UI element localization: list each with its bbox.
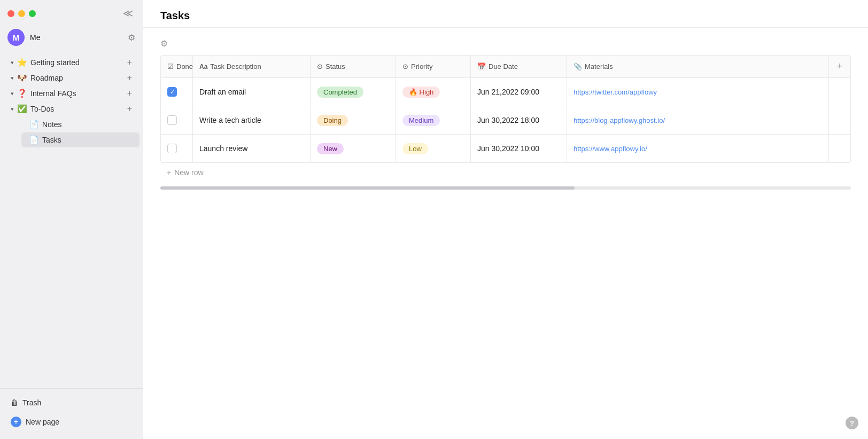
trash-icon: 🗑 — [11, 398, 18, 407]
sidebar-item-label: Getting started — [30, 58, 124, 67]
checkbox-unchecked[interactable] — [167, 115, 177, 125]
materials-cell[interactable]: https://blog-appflowy.ghost.io/ — [567, 106, 829, 134]
materials-link[interactable]: https://www.appflowy.io/ — [574, 145, 647, 153]
sidebar-nav: ▾ ⭐ Getting started + ▾ 🐶 Roadmap + ▾ ❓ … — [0, 52, 143, 388]
sidebar-bottom: 🗑 Trash + New page — [0, 388, 143, 439]
table-row: Launch review New Low Jun 30,2022 10:00 … — [161, 135, 850, 162]
close-button[interactable] — [7, 10, 14, 17]
new-page-icon: + — [11, 417, 21, 427]
due-date-cell[interactable]: Jun 21,2022 09:00 — [471, 78, 567, 106]
due-date-cell[interactable]: Jun 30,2022 18:00 — [471, 106, 567, 134]
priority-cell[interactable]: 🔥 High — [396, 78, 471, 106]
row-extra — [829, 78, 850, 106]
settings-icon[interactable]: ⚙ — [128, 33, 135, 43]
row-extra — [829, 106, 850, 134]
sidebar-top: ≪ — [0, 0, 143, 25]
done-cell[interactable] — [161, 78, 193, 106]
new-row-plus-icon: + — [167, 168, 171, 177]
tasks-table: ☑ Done Aa Task Description ⊙ Status ⊙ Pr… — [160, 55, 851, 163]
priority-badge: Low — [402, 143, 428, 154]
getting-started-icon: ⭐ — [17, 58, 27, 67]
checkbox-unchecked[interactable] — [167, 144, 177, 153]
sidebar-item-label: Notes — [42, 120, 132, 129]
header-task-description[interactable]: Aa Task Description — [193, 56, 311, 77]
header-priority[interactable]: ⊙ Priority — [396, 56, 471, 77]
materials-cell[interactable]: https://www.appflowy.io/ — [567, 135, 829, 162]
priority-col-label: Priority — [411, 62, 432, 70]
done-col-label: Done — [176, 62, 193, 70]
new-row-button[interactable]: + New row — [160, 163, 851, 182]
materials-col-icon: 📎 — [574, 62, 582, 70]
due-date-col-icon: 📅 — [477, 62, 486, 70]
task-col-label: Task Description — [210, 62, 261, 70]
table-row: Draft an email Completed 🔥 High Jun 21,2… — [161, 78, 850, 106]
add-column-button[interactable]: + — [829, 56, 850, 77]
priority-cell[interactable]: Low — [396, 135, 471, 162]
table-header: ☑ Done Aa Task Description ⊙ Status ⊙ Pr… — [161, 56, 850, 78]
task-cell[interactable]: Draft an email — [193, 78, 311, 106]
table-settings-icon[interactable]: ⚙ — [160, 38, 851, 49]
sidebar-item-label: To-Dos — [30, 105, 124, 113]
new-page-label: New page — [26, 418, 59, 426]
add-button[interactable]: + — [127, 104, 132, 114]
task-text: Launch review — [199, 144, 247, 153]
chevron-icon: ▾ — [11, 59, 14, 66]
sidebar-item-notes[interactable]: 📄 Notes — [21, 117, 140, 132]
chevron-icon: ▾ — [11, 106, 14, 113]
done-cell[interactable] — [161, 106, 193, 134]
materials-cell[interactable]: https://twitter.com/appflowy — [567, 78, 829, 106]
sidebar-item-to-dos[interactable]: ▾ ✅ To-Dos + — [3, 101, 140, 116]
priority-badge: Medium — [402, 115, 440, 126]
task-cell[interactable]: Launch review — [193, 135, 311, 162]
avatar: M — [7, 29, 25, 46]
minimize-button[interactable] — [18, 10, 25, 17]
chevron-icon: ▾ — [11, 90, 14, 97]
header-materials[interactable]: 📎 Materials — [567, 56, 829, 77]
done-col-icon: ☑ — [167, 62, 174, 70]
add-button[interactable]: + — [127, 73, 132, 83]
todos-icon: ✅ — [17, 104, 27, 114]
priority-cell[interactable]: Medium — [396, 106, 471, 134]
main-header: Tasks — [143, 0, 868, 28]
trash-item[interactable]: 🗑 Trash — [3, 394, 140, 411]
header-due-date[interactable]: 📅 Due Date — [471, 56, 567, 77]
materials-link[interactable]: https://twitter.com/appflowy — [574, 88, 657, 96]
sidebar-item-internal-faqs[interactable]: ▾ ❓ Internal FAQs + — [3, 86, 140, 101]
scrollbar-thumb[interactable] — [160, 186, 575, 190]
sidebar-user: M Me ⚙ — [0, 25, 143, 52]
traffic-lights — [7, 10, 36, 17]
new-page-button[interactable]: + New page — [3, 412, 140, 432]
due-date-text: Jun 30,2022 18:00 — [477, 116, 539, 124]
sidebar-sub-nav: 📄 Notes 📄 Tasks — [0, 117, 143, 147]
sidebar-item-label: Internal FAQs — [30, 89, 124, 98]
main-body: ⚙ ☑ Done Aa Task Description ⊙ Status ⊙ — [143, 28, 868, 439]
add-button[interactable]: + — [127, 58, 132, 67]
sidebar: ≪ M Me ⚙ ▾ ⭐ Getting started + ▾ 🐶 Roadm… — [0, 0, 143, 439]
status-col-icon: ⊙ — [317, 62, 323, 70]
sidebar-item-getting-started[interactable]: ▾ ⭐ Getting started + — [3, 55, 140, 70]
status-cell[interactable]: Completed — [311, 78, 396, 106]
horizontal-scrollbar[interactable] — [160, 186, 851, 190]
header-done[interactable]: ☑ Done — [161, 56, 193, 77]
status-cell[interactable]: New — [311, 135, 396, 162]
done-cell[interactable] — [161, 135, 193, 162]
header-status[interactable]: ⊙ Status — [311, 56, 396, 77]
faqs-icon: ❓ — [17, 89, 27, 98]
materials-link[interactable]: https://blog-appflowy.ghost.io/ — [574, 116, 665, 124]
new-row-label: New row — [174, 168, 203, 177]
add-button[interactable]: + — [127, 89, 132, 98]
fullscreen-button[interactable] — [29, 10, 36, 17]
status-cell[interactable]: Doing — [311, 106, 396, 134]
collapse-sidebar-button[interactable]: ≪ — [121, 6, 135, 20]
status-badge: New — [317, 143, 344, 154]
sidebar-item-roadmap[interactable]: ▾ 🐶 Roadmap + — [3, 70, 140, 85]
priority-badge: 🔥 High — [402, 87, 440, 98]
roadmap-icon: 🐶 — [17, 73, 27, 83]
help-button[interactable]: ? — [846, 417, 858, 429]
task-cell[interactable]: Write a tech article — [193, 106, 311, 134]
checkbox-checked[interactable] — [167, 87, 177, 97]
tasks-icon: 📄 — [29, 135, 39, 145]
due-date-text: Jun 30,2022 10:00 — [477, 144, 539, 153]
due-date-cell[interactable]: Jun 30,2022 10:00 — [471, 135, 567, 162]
sidebar-item-tasks[interactable]: 📄 Tasks — [21, 132, 140, 147]
